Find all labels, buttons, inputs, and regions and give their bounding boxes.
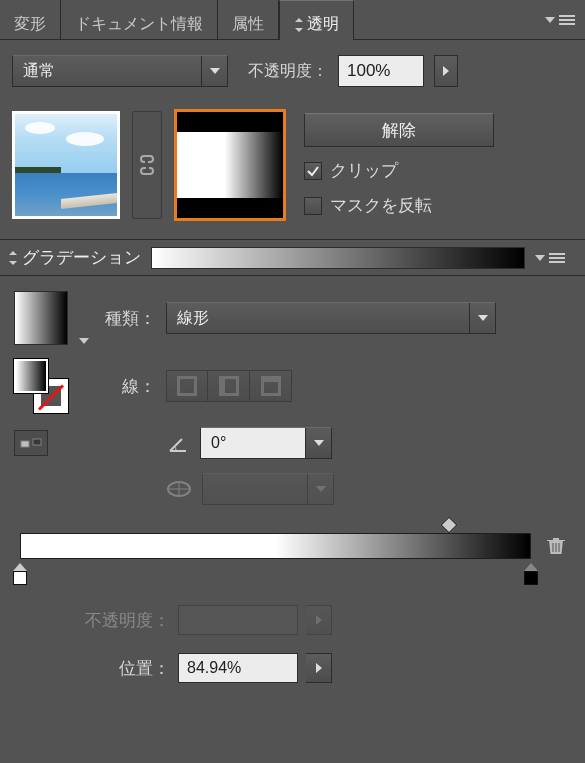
reverse-icon: [20, 436, 42, 450]
color-stop-start[interactable]: [11, 563, 29, 583]
link-icon: [139, 153, 155, 177]
fill-stroke-swatches[interactable]: [14, 359, 68, 413]
gradient-slider[interactable]: [20, 533, 531, 559]
aspect-ratio-icon: [166, 479, 192, 499]
stop-opacity-label: 不透明度：: [64, 609, 170, 632]
blend-mode-value: 通常: [23, 61, 55, 82]
angle-icon: [166, 431, 190, 455]
chevron-right-icon: [315, 663, 323, 673]
svg-rect-6: [21, 441, 29, 447]
expand-collapse-icon: [294, 18, 304, 32]
aspect-ratio-input: [202, 473, 334, 505]
expand-collapse-icon[interactable]: [8, 251, 18, 265]
midpoint-handle[interactable]: [441, 517, 458, 534]
tab-transparency-label: 透明: [307, 14, 339, 35]
stop-opacity-stepper: [306, 605, 332, 635]
fill-swatch[interactable]: [14, 359, 48, 393]
stroke-label: 線：: [100, 375, 156, 398]
mask-thumbnail[interactable]: [174, 109, 286, 221]
chevron-right-icon: [315, 615, 323, 625]
angle-value: 0°: [211, 434, 226, 452]
svg-rect-2: [559, 23, 575, 25]
transparency-panel: 通常 不透明度： 100%: [0, 40, 585, 240]
location-stepper[interactable]: [306, 653, 332, 683]
tab-document-info[interactable]: ドキュメント情報: [61, 0, 217, 39]
tab-transparency[interactable]: 透明: [279, 0, 354, 39]
location-input[interactable]: 84.94%: [178, 653, 298, 683]
gradient-type-select[interactable]: 線形: [166, 302, 496, 334]
gradient-panel-menu[interactable]: [535, 252, 575, 264]
chevron-right-icon: [442, 66, 450, 76]
panel-tabs: 変形 ドキュメント情報 属性 透明: [0, 0, 585, 40]
svg-rect-3: [549, 253, 565, 255]
chevron-down-icon: [201, 56, 227, 86]
check-icon: [306, 164, 320, 178]
release-mask-button[interactable]: 解除: [304, 113, 494, 147]
gradient-preview-strip[interactable]: [151, 247, 525, 269]
tab-attributes[interactable]: 属性: [218, 0, 278, 39]
svg-rect-7: [33, 439, 41, 445]
chevron-down-icon: [79, 337, 89, 345]
blend-mode-select[interactable]: 通常: [12, 55, 228, 87]
stroke-gradient-align-group: [166, 370, 292, 402]
opacity-input[interactable]: 100%: [338, 55, 424, 87]
type-label: 種類：: [100, 307, 156, 330]
gradient-title: グラデーション: [22, 246, 141, 269]
gradient-swatch-menu[interactable]: [78, 291, 90, 345]
link-mask-toggle[interactable]: [132, 111, 162, 219]
chevron-down-icon: [307, 474, 333, 504]
stroke-align-across[interactable]: [250, 370, 292, 402]
gradient-panel: 種類： 線形 線：: [0, 276, 585, 703]
panel-menu-button[interactable]: [545, 0, 585, 39]
location-label: 位置：: [64, 657, 170, 680]
svg-rect-0: [559, 15, 575, 17]
svg-rect-4: [549, 257, 565, 259]
invert-mask-checkbox[interactable]: [304, 197, 322, 215]
menu-icon: [549, 252, 565, 264]
chevron-down-icon: [469, 303, 495, 333]
svg-rect-5: [549, 261, 565, 263]
trash-icon: [547, 535, 565, 555]
tab-transform[interactable]: 変形: [0, 0, 60, 39]
invert-mask-label: マスクを反転: [330, 194, 432, 217]
svg-rect-1: [559, 19, 575, 21]
reverse-gradient-button[interactable]: [14, 430, 48, 456]
gradient-track[interactable]: [20, 533, 531, 559]
clip-label: クリップ: [330, 159, 398, 182]
chevron-down-icon: [535, 252, 545, 264]
clip-checkbox[interactable]: [304, 162, 322, 180]
gradient-fill-swatch[interactable]: [14, 291, 68, 345]
delete-stop-button[interactable]: [547, 535, 565, 555]
stop-opacity-input: [178, 605, 298, 635]
stroke-align-within[interactable]: [166, 370, 208, 402]
gradient-type-value: 線形: [177, 308, 209, 329]
stroke-align-along[interactable]: [208, 370, 250, 402]
chevron-down-icon: [305, 428, 331, 458]
opacity-label: 不透明度：: [248, 61, 328, 82]
artwork-thumbnail[interactable]: [12, 111, 120, 219]
gradient-panel-header: グラデーション: [0, 240, 585, 276]
angle-input[interactable]: 0°: [200, 427, 332, 459]
color-stop-end[interactable]: [522, 563, 540, 583]
menu-icon: [559, 14, 575, 26]
opacity-stepper[interactable]: [434, 55, 458, 87]
chevron-down-icon: [545, 14, 555, 26]
